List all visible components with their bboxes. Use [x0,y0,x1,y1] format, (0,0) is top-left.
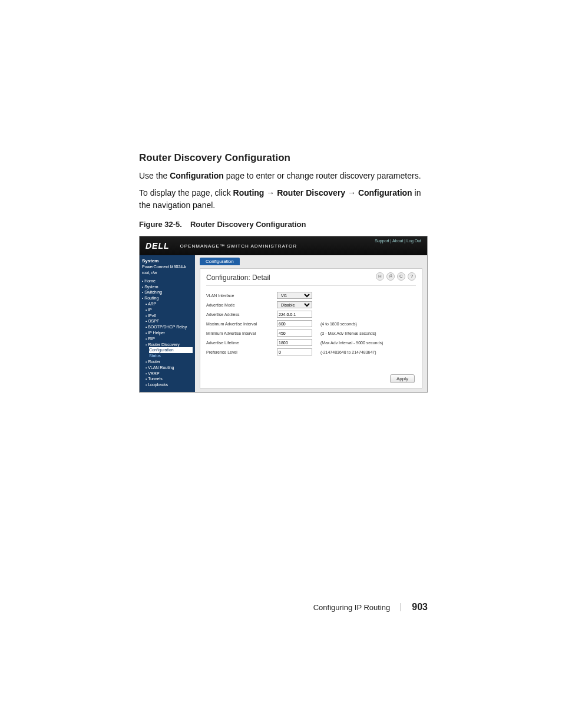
detail-panel: Configuration: Detail H ⎙ C ? VLAN Inter… [200,268,422,388]
text: To display the page, click [139,188,233,197]
sidebar-item[interactable]: BOOTP/DHCP Relay [146,324,193,330]
sidebar-item[interactable]: Router [146,359,193,365]
sidebar-user-label: root, r/w [142,270,193,276]
sidebar-item[interactable]: Routing [142,295,193,301]
form-row: Maximum Advertise Interval (4 to 1800 se… [206,319,416,328]
advertise-mode-select[interactable]: Disable [277,301,312,308]
field-label: Minimum Advertise Interval [206,331,277,335]
dell-logo: DELL [146,241,170,251]
sidebar-item[interactable]: Tunnels [146,376,193,382]
sidebar-item[interactable]: ARP [146,301,193,307]
field-hint: (3 - Max Adv Interval seconds) [320,331,376,335]
footer-separator [401,603,401,611]
divider [206,285,416,286]
form-row: Advertise Mode Disable [206,300,416,309]
figure-number: Figure 32-5. [139,220,182,229]
sidebar-item[interactable]: Status [149,353,193,359]
footer-chapter: Configuring IP Routing [313,603,391,612]
sidebar-item[interactable]: System [142,284,193,290]
sidebar-item[interactable]: OSPF [146,318,193,324]
form-row: Minimum Advertise Interval (3 - Max Adv … [206,328,416,338]
sidebar-item[interactable]: Switching [142,289,193,295]
help-icon[interactable]: ? [408,272,416,281]
max-adv-interval-input[interactable] [277,320,312,327]
sidebar-item[interactable]: Router Discovery [146,342,193,348]
page: Router Discovery Configuration Use the C… [0,0,562,728]
field-hint: (4 to 1800 seconds) [320,322,357,326]
field-hint: (Max Adv Interval - 9000 seconds) [320,341,383,345]
figure-caption: Figure 32-5.Router Discovery Configurati… [139,220,428,229]
apply-button[interactable]: Apply [390,374,415,383]
sidebar-item[interactable]: IP Helper [146,330,193,336]
form-row: Advertise Lifetime (Max Adv Interval - 9… [206,338,416,347]
form-row: VLAN Interface Vl1 [206,291,416,300]
body-paragraph-2: To display the page, click RoutingRouter… [139,187,428,212]
tab-configuration[interactable]: Configuration [200,258,240,265]
sidebar-item-selected[interactable]: Configuration [149,347,193,353]
form-row: Preference Level (-2147483648 to 2147483… [206,347,416,357]
sidebar-item[interactable]: Loopbacks [146,382,193,388]
arrow-icon [264,188,277,197]
field-label: Maximum Advertise Interval [206,322,277,326]
toolbar-icons: H ⎙ C ? [376,272,416,281]
app-header: DELL OPENMANAGE™ SWITCH ADMINISTRATOR Su… [140,236,427,255]
content-block: Router Discovery Configuration Use the C… [139,152,428,393]
nav-sidebar: System PowerConnect M8024-k root, r/w Ho… [140,255,195,393]
product-title: OPENMANAGE™ SWITCH ADMINISTRATOR [180,243,297,249]
top-links[interactable]: Support | About | Log Out [375,239,421,243]
preference-level-input[interactable] [277,348,312,355]
field-label: Advertise Mode [206,303,277,307]
body-paragraph-1: Use the Configuration page to enter or c… [139,170,428,182]
app-body: System PowerConnect M8024-k root, r/w Ho… [140,255,427,393]
save-icon[interactable]: H [376,272,384,281]
advertise-address-input[interactable] [277,311,312,318]
text: Use the [139,171,170,180]
sidebar-item[interactable]: RIP [146,336,193,342]
text: page to enter or change router discovery… [224,171,421,180]
min-adv-interval-input[interactable] [277,330,312,337]
sidebar-device-label: PowerConnect M8024-k [142,264,193,270]
sidebar-item[interactable]: IPv6 [146,313,193,319]
arrow-icon [345,188,358,197]
refresh-icon[interactable]: C [397,272,405,281]
figure-screenshot: DELL OPENMANAGE™ SWITCH ADMINISTRATOR Su… [139,236,428,393]
field-hint: (-2147483648 to 2147483647) [320,350,376,354]
advertise-lifetime-input[interactable] [277,339,312,346]
sidebar-system-label: System [142,258,193,264]
print-icon[interactable]: ⎙ [386,272,395,281]
field-label: Preference Level [206,350,277,354]
figure-title: Router Discovery Configuration [190,220,306,229]
field-label: Advertise Address [206,312,277,317]
sidebar-item[interactable]: IP [146,307,193,313]
footer-page-number: 903 [412,602,428,612]
field-label: Advertise Lifetime [206,341,277,345]
page-footer: Configuring IP Routing 903 [139,602,428,612]
sidebar-item[interactable]: VLAN Routing [146,365,193,371]
form-row: Advertise Address [206,309,416,319]
breadcrumb-part: Router Discovery [277,188,345,197]
main-panel: Configuration Configuration: Detail H ⎙ … [195,255,427,393]
vlan-interface-select[interactable]: Vl1 [277,292,312,299]
section-heading: Router Discovery Configuration [139,152,428,164]
breadcrumb-part: Configuration [358,188,412,197]
sidebar-item[interactable]: Home [142,278,193,284]
sidebar-item[interactable]: VRRP [146,371,193,377]
field-label: VLAN Interface [206,294,277,298]
breadcrumb-part: Routing [233,188,265,197]
bold-text: Configuration [170,171,224,180]
